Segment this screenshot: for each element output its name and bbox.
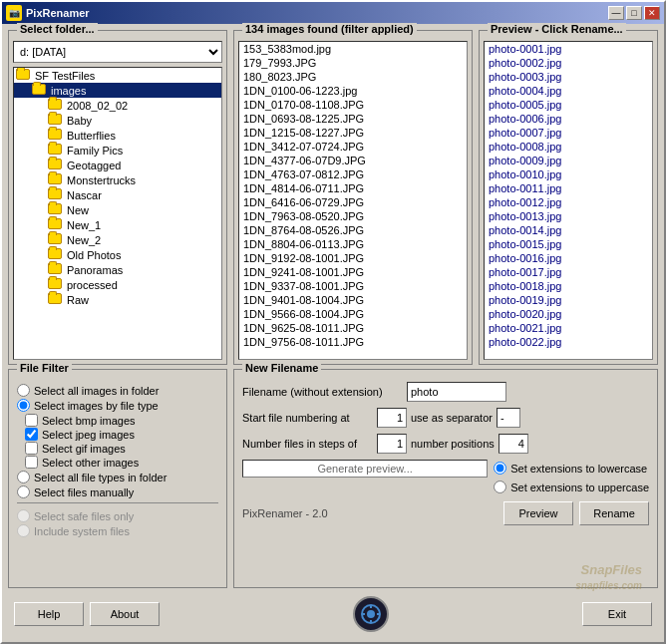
other-checkbox[interactable]	[25, 456, 38, 469]
maximize-button[interactable]: □	[626, 6, 642, 20]
include-system-label: Include system files	[34, 525, 130, 537]
file-item[interactable]: 1DN_9756-08-1011.JPG	[239, 335, 467, 349]
minimize-button[interactable]: —	[608, 6, 624, 20]
preview-item[interactable]: photo-0012.jpg	[485, 195, 652, 209]
tree-item-sf-testfiles[interactable]: SF TestFiles	[14, 68, 221, 83]
files-list[interactable]: 153_5383mod.jpg179_7993.JPG180_8023.JPG1…	[238, 41, 468, 360]
folder-tree[interactable]: SF TestFilesimages2008_02_02BabyButterfl…	[13, 67, 222, 360]
tree-item-images[interactable]: images	[14, 83, 221, 98]
preview-item[interactable]: photo-0003.jpg	[485, 70, 652, 84]
steps-input[interactable]	[377, 434, 407, 454]
file-item[interactable]: 1DN_1215-08-1227.JPG	[239, 126, 467, 140]
preview-item[interactable]: photo-0010.jpg	[485, 167, 652, 181]
file-item[interactable]: 1DN_3412-07-0724.JPG	[239, 140, 467, 154]
by-type-radio[interactable]	[17, 399, 30, 412]
preview-item[interactable]: photo-0020.jpg	[485, 307, 652, 321]
tree-item-monstertrucks[interactable]: Monstertrucks	[14, 172, 221, 187]
file-item[interactable]: 1DN_7963-08-0520.JPG	[239, 209, 467, 223]
file-item[interactable]: 1DN_0100-06-1223.jpg	[239, 84, 467, 98]
ext-uppercase: Set extensions to uppercase	[494, 481, 649, 493]
svg-point-1	[367, 610, 375, 618]
by-type-label: Select images by file type	[34, 400, 159, 412]
tree-item-geotagged[interactable]: Geotagged	[14, 158, 221, 172]
file-item[interactable]: 153_5383mod.jpg	[239, 42, 467, 56]
top-panels: Select folder... d: [DATA] SF TestFilesi…	[8, 30, 658, 365]
file-item[interactable]: 1DN_6416-06-0729.JPG	[239, 195, 467, 209]
file-item[interactable]: 1DN_4763-07-0812.JPG	[239, 167, 467, 181]
number-positions-input[interactable]	[499, 434, 528, 454]
main-content: Select folder... d: [DATA] SF TestFilesi…	[2, 24, 664, 642]
file-item[interactable]: 180_8023.JPG	[239, 70, 467, 84]
separator-input[interactable]	[497, 408, 520, 428]
tree-item-nascar[interactable]: Nascar	[14, 187, 221, 202]
exit-button[interactable]: Exit	[582, 602, 652, 626]
file-item[interactable]: 179_7993.JPG	[239, 56, 467, 70]
file-item[interactable]: 1DN_8764-08-0526.JPG	[239, 223, 467, 237]
preview-item[interactable]: photo-0013.jpg	[485, 209, 652, 223]
file-item[interactable]: 1DN_9401-08-1004.JPG	[239, 293, 467, 307]
preview-panel: Preview - Click Rename... photo-0001.jpg…	[479, 30, 658, 365]
tree-item-new[interactable]: New	[14, 202, 221, 217]
preview-item[interactable]: photo-0004.jpg	[485, 84, 652, 98]
preview-item[interactable]: photo-0009.jpg	[485, 154, 652, 167]
tree-item-processed[interactable]: processed	[14, 277, 221, 292]
tree-item-raw[interactable]: Raw	[14, 292, 221, 307]
tree-item-baby[interactable]: Baby	[14, 113, 221, 128]
window-title: PixRenamer	[26, 7, 90, 19]
preview-item[interactable]: photo-0019.jpg	[485, 293, 652, 307]
tree-item-new1[interactable]: New_1	[14, 217, 221, 232]
preview-item[interactable]: photo-0006.jpg	[485, 112, 652, 126]
filename-input[interactable]	[407, 382, 506, 402]
file-item[interactable]: 1DN_9625-08-1011.JPG	[239, 321, 467, 335]
all-images-radio[interactable]	[17, 384, 30, 397]
gif-checkbox[interactable]	[25, 442, 38, 455]
logo-area	[346, 596, 396, 632]
preview-item[interactable]: photo-0018.jpg	[485, 279, 652, 293]
tree-item-panoramas[interactable]: Panoramas	[14, 262, 221, 277]
drive-dropdown[interactable]: d: [DATA]	[13, 41, 222, 63]
uppercase-radio[interactable]	[494, 481, 506, 493]
tree-item-old-photos[interactable]: Old Photos	[14, 247, 221, 262]
start-numbering-input[interactable]	[377, 408, 407, 428]
rename-button[interactable]: Rename	[579, 501, 649, 525]
manually-radio[interactable]	[17, 485, 30, 498]
tree-item-family-pics[interactable]: Family Pics	[14, 143, 221, 158]
close-button[interactable]: ✕	[644, 6, 660, 20]
file-item[interactable]: 1DN_4377-06-07D9.JPG	[239, 154, 467, 167]
separator-label: use as separator	[411, 412, 493, 424]
preview-item[interactable]: photo-0015.jpg	[485, 237, 652, 251]
preview-item[interactable]: photo-0021.jpg	[485, 321, 652, 335]
preview-item[interactable]: photo-0005.jpg	[485, 98, 652, 112]
preview-item[interactable]: photo-0014.jpg	[485, 223, 652, 237]
action-buttons: Preview Rename	[503, 501, 649, 525]
tree-item-2008-02-02[interactable]: 2008_02_02	[14, 98, 221, 113]
lowercase-radio[interactable]	[494, 462, 506, 475]
other-label: Select other images	[42, 457, 139, 469]
file-item[interactable]: 1DN_9566-08-1004.JPG	[239, 307, 467, 321]
file-item[interactable]: 1DN_0170-08-1108.JPG	[239, 98, 467, 112]
preview-item[interactable]: photo-0016.jpg	[485, 251, 652, 265]
bmp-checkbox[interactable]	[25, 414, 38, 427]
preview-item[interactable]: photo-0002.jpg	[485, 56, 652, 70]
preview-item[interactable]: photo-0022.jpg	[485, 335, 652, 349]
preview-item[interactable]: photo-0011.jpg	[485, 181, 652, 195]
preview-button[interactable]: Preview	[503, 501, 573, 525]
file-item[interactable]: 1DN_8804-06-0113.JPG	[239, 237, 467, 251]
about-button[interactable]: About	[90, 602, 160, 626]
jpeg-checkbox[interactable]	[25, 428, 38, 441]
tree-item-butterflies[interactable]: Butterflies	[14, 128, 221, 143]
file-item[interactable]: 1DN_9192-08-1001.JPG	[239, 251, 467, 265]
preview-item[interactable]: photo-0007.jpg	[485, 126, 652, 140]
preview-list[interactable]: photo-0001.jpgphoto-0002.jpgphoto-0003.j…	[484, 41, 653, 360]
file-item[interactable]: 1DN_4814-06-0711.JPG	[239, 181, 467, 195]
preview-item[interactable]: photo-0008.jpg	[485, 140, 652, 154]
help-button[interactable]: Help	[14, 602, 84, 626]
preview-item[interactable]: photo-0017.jpg	[485, 265, 652, 279]
file-item[interactable]: 1DN_9337-08-1001.JPG	[239, 279, 467, 293]
preview-item[interactable]: photo-0001.jpg	[485, 42, 652, 56]
tree-item-new2[interactable]: New_2	[14, 232, 221, 247]
file-item[interactable]: 1DN_9241-08-1001.JPG	[239, 265, 467, 279]
include-system-radio	[17, 524, 30, 537]
all-types-radio[interactable]	[17, 471, 30, 483]
file-item[interactable]: 1DN_0693-08-1225.JPG	[239, 112, 467, 126]
